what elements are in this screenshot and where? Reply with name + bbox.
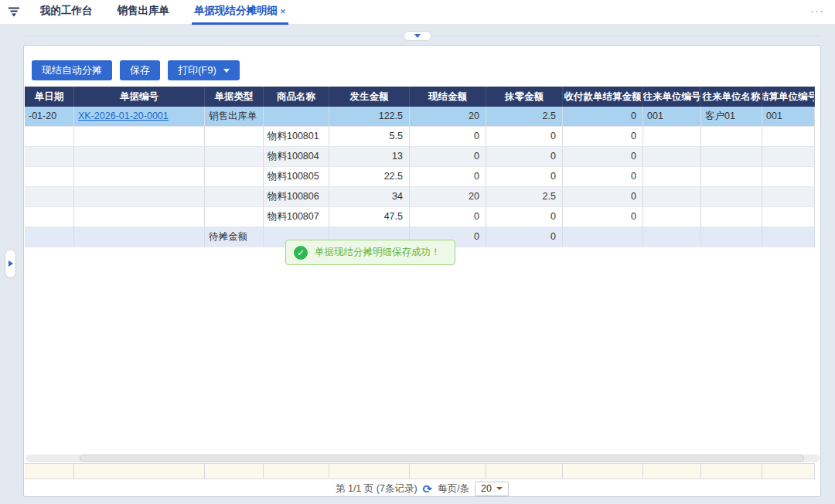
table-cell xyxy=(762,207,815,227)
table-cell: -01-20 xyxy=(25,107,74,127)
main-panel: 现结自动分摊 保存 打印(F9) 单日期单据编号单据类型商品名称发生金额现结金额… xyxy=(23,45,821,497)
table-row[interactable]: 物料10080747.5000 xyxy=(25,207,815,227)
column-header[interactable]: 商品名称 xyxy=(264,87,329,107)
table-cell: 销售出库单 xyxy=(205,107,264,127)
table-cell: 34 xyxy=(329,187,410,207)
print-button[interactable]: 打印(F9) xyxy=(168,60,240,80)
table-cell: 0 xyxy=(410,167,486,187)
column-header[interactable]: 现结金额 xyxy=(410,87,486,107)
collapse-panel-button[interactable] xyxy=(404,31,431,41)
table-cell xyxy=(25,147,74,167)
column-header[interactable]: 往来单位编号 xyxy=(643,87,701,107)
table-cell: 001 xyxy=(643,107,701,127)
chevron-right-icon xyxy=(9,261,13,267)
column-header[interactable]: 结算单位编号 xyxy=(762,87,815,107)
table-cell xyxy=(205,147,264,167)
toolbar: 现结自动分摊 保存 打印(F9) xyxy=(24,46,820,80)
table-cell xyxy=(762,187,815,207)
footer-cell xyxy=(205,464,264,478)
table-cell: 0 xyxy=(486,167,563,187)
table-cell: 0 xyxy=(410,127,486,147)
footer-cell xyxy=(563,464,643,478)
tab-my-workbench[interactable]: 我的工作台 xyxy=(38,0,95,25)
pagination-bar: 第 1/1 页 (7条记录) ⟳ 每页/条 20 xyxy=(24,480,820,497)
table-cell: 0 xyxy=(563,147,643,167)
table-cell xyxy=(643,187,701,207)
table-cell xyxy=(563,227,643,247)
sidebar-expand-handle[interactable] xyxy=(5,249,16,278)
grid-footer-row xyxy=(25,463,815,479)
column-header[interactable]: 发生金额 xyxy=(329,87,410,107)
column-header[interactable]: 单日期 xyxy=(25,87,74,107)
table-cell: 0 xyxy=(486,127,563,147)
chevron-down-icon xyxy=(496,487,503,490)
page-size-value: 20 xyxy=(481,483,492,494)
table-cell xyxy=(643,167,701,187)
table-cell xyxy=(25,207,74,227)
tab-list-menu-icon[interactable] xyxy=(8,6,22,19)
page-info: 第 1/1 页 (7条记录) xyxy=(336,482,418,495)
table-cell: 122.5 xyxy=(329,107,410,127)
grid-header-row: 单日期单据编号单据类型商品名称发生金额现结金额抹零金额收付款单结算金额往来单位编… xyxy=(25,87,815,107)
table-cell xyxy=(25,227,74,247)
data-grid: 单日期单据编号单据类型商品名称发生金额现结金额抹零金额收付款单结算金额往来单位编… xyxy=(25,87,815,247)
column-header[interactable]: 收付款单结算金额 xyxy=(563,87,643,107)
table-cell: 物料100804 xyxy=(264,147,329,167)
chevron-down-icon xyxy=(223,69,230,73)
footer-cell xyxy=(25,464,74,478)
scrollbar-thumb[interactable] xyxy=(80,455,804,462)
table-cell xyxy=(643,147,701,167)
workspace: 现结自动分摊 保存 打印(F9) 单日期单据编号单据类型商品名称发生金额现结金额… xyxy=(0,25,835,504)
table-row[interactable]: -01-20XK-2026-01-20-0001销售出库单122.5202.50… xyxy=(25,107,815,127)
table-cell: 物料100805 xyxy=(264,167,329,187)
page-size-select[interactable]: 20 xyxy=(475,482,509,496)
tab-overflow-icon[interactable]: ··· xyxy=(810,4,824,17)
tab-sales-outbound-order[interactable]: 销售出库单 xyxy=(115,0,172,25)
table-cell: 0 xyxy=(563,107,643,127)
footer-cell xyxy=(74,464,205,478)
document-number-link[interactable]: XK-2026-01-20-0001 xyxy=(78,107,169,126)
table-cell: 物料100807 xyxy=(264,207,329,227)
table-cell xyxy=(74,187,205,207)
table-row[interactable]: 物料10080634202.50 xyxy=(25,187,815,207)
footer-cell xyxy=(643,464,701,478)
footer-cell xyxy=(701,464,762,478)
table-cell xyxy=(205,127,264,147)
table-cell xyxy=(74,127,205,147)
column-header[interactable]: 抹零金额 xyxy=(486,87,563,107)
table-cell: 0 xyxy=(410,207,486,227)
app-screen: 我的工作台 销售出库单 单据现结分摊明细 × ··· 现结自动分摊 保存 xyxy=(0,0,835,504)
table-row[interactable]: 物料10080522.5000 xyxy=(25,167,815,187)
table-cell: 0 xyxy=(563,167,643,187)
table-cell xyxy=(264,107,329,127)
page-size-label: 每页/条 xyxy=(438,482,469,495)
button-label: 打印(F9) xyxy=(178,63,216,77)
tab-label: 销售出库单 xyxy=(118,4,170,18)
save-button[interactable]: 保存 xyxy=(120,60,160,80)
table-cell xyxy=(74,167,205,187)
column-header[interactable]: 往来单位名称 xyxy=(701,87,762,107)
refresh-icon[interactable]: ⟳ xyxy=(423,483,433,495)
table-cell: 47.5 xyxy=(329,207,410,227)
cash-auto-allocate-button[interactable]: 现结自动分摊 xyxy=(32,60,112,80)
footer-cell xyxy=(264,464,329,478)
table-cell xyxy=(762,227,815,247)
table-row[interactable]: 物料1008015.5000 xyxy=(25,127,815,147)
table-cell: 2.5 xyxy=(486,187,563,207)
column-header[interactable]: 单据编号 xyxy=(74,87,205,107)
table-cell xyxy=(25,187,74,207)
table-cell xyxy=(74,207,205,227)
tab-close-icon[interactable]: × xyxy=(280,5,286,17)
tab-cash-settlement-detail[interactable]: 单据现结分摊明细 × xyxy=(192,0,288,25)
table-cell: 20 xyxy=(410,107,486,127)
table-cell: 13 xyxy=(329,147,410,167)
column-header[interactable]: 单据类型 xyxy=(205,87,264,107)
table-cell xyxy=(74,227,205,247)
button-label: 现结自动分摊 xyxy=(42,63,102,77)
table-cell xyxy=(205,207,264,227)
table-cell: 5.5 xyxy=(329,127,410,147)
horizontal-scrollbar[interactable] xyxy=(26,455,820,462)
table-cell: 物料100806 xyxy=(264,187,329,207)
table-row[interactable]: 物料10080413000 xyxy=(25,147,815,167)
table-cell: 0 xyxy=(563,187,643,207)
